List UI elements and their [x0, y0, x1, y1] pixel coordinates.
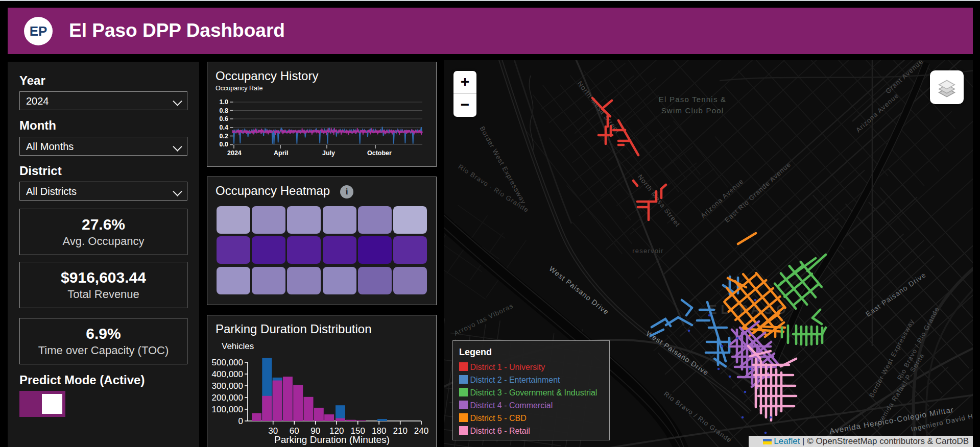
- svg-text:1.0: 1.0: [220, 98, 228, 106]
- svg-text:2024: 2024: [227, 150, 242, 157]
- svg-text:reservoir: reservoir: [632, 247, 663, 255]
- svg-text:July: July: [322, 150, 335, 157]
- svg-text:West Paisano Drive: West Paisano Drive: [645, 329, 711, 377]
- svg-text:210: 210: [393, 426, 408, 436]
- svg-text:0.8: 0.8: [220, 107, 228, 114]
- svg-text:100,000: 100,000: [212, 405, 243, 414]
- svg-text:Arroyo las Viboras: Arroyo las Viboras: [452, 302, 514, 337]
- svg-text:El Paso Tennis &: El Paso Tennis &: [659, 95, 726, 104]
- svg-text:October: October: [367, 150, 392, 157]
- svg-text:0.0: 0.0: [220, 141, 228, 148]
- svg-text:April: April: [274, 150, 288, 157]
- svg-text:240: 240: [414, 426, 428, 436]
- svg-text:0.2: 0.2: [220, 133, 228, 140]
- svg-text:200,000: 200,000: [212, 393, 243, 403]
- svg-text:Parking Duration (Minutes): Parking Duration (Minutes): [274, 434, 390, 445]
- svg-text:400,000: 400,000: [212, 369, 243, 379]
- svg-text:0.4: 0.4: [220, 124, 228, 131]
- svg-text:0.6: 0.6: [220, 115, 228, 122]
- svg-text:0: 0: [238, 416, 243, 426]
- svg-text:300,000: 300,000: [212, 381, 243, 391]
- svg-text:Swim Club Pool: Swim Club Pool: [661, 106, 724, 115]
- svg-text:500,000: 500,000: [212, 358, 243, 367]
